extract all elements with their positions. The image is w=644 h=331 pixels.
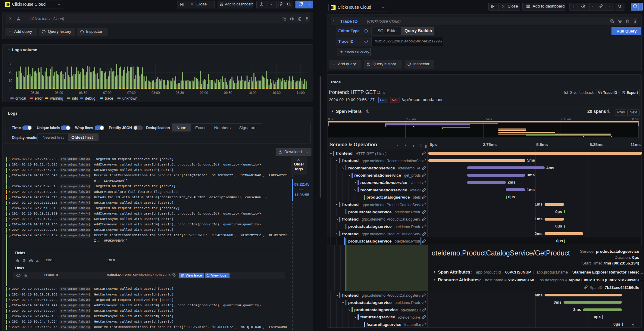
svg-text:5.5ms: 5.5ms xyxy=(484,118,492,121)
svg-text:0μs: 0μs xyxy=(328,118,333,121)
svg-text:8.25ms: 8.25ms xyxy=(561,118,571,121)
svg-text:11ms: 11ms xyxy=(631,118,639,121)
svg-text:2.75ms: 2.75ms xyxy=(406,118,416,121)
